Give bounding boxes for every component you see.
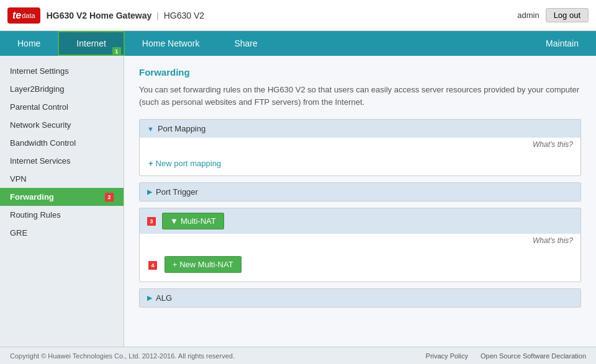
footer: Copyright © Huawei Technologies Co., Ltd… [0,347,596,364]
sidebar-item-vpn[interactable]: VPN [0,170,124,188]
section-alg-header[interactable]: ▶ ALG [140,289,580,307]
content-title: Forwarding [139,67,581,78]
logo-te: te [12,10,21,21]
sidebar-item-internet-services[interactable]: Internet Services [0,152,124,170]
sidebar-item-network-security[interactable]: Network Security [0,116,124,134]
multi-nat-whats-this: What's this? [140,234,580,247]
header-title: HG630 V2 Home Gateway [47,11,152,20]
logout-button[interactable]: Log out [546,8,589,22]
port-trigger-label: Port Trigger [156,187,198,197]
sidebar-item-routing-rules[interactable]: Routing Rules [0,206,124,224]
nav-maintain[interactable]: Maintain [528,31,596,56]
multi-nat-arrow-icon: ▼ [170,216,178,226]
main-nav: Home Internet 1 Home Network Share Maint… [0,31,596,56]
port-mapping-whats-this-link[interactable]: What's this? [533,140,573,149]
nav-home[interactable]: Home [0,31,58,56]
multi-nat-number-badge: 3 [147,217,156,226]
new-port-mapping-button[interactable]: + New port mapping [148,156,221,171]
content-area: Forwarding You can set forwarding rules … [124,56,596,347]
header: te data HG630 V2 Home Gateway | HG630 V2… [0,0,596,31]
alg-label: ALG [156,293,172,303]
section-multi-nat: 3 ▼ Multi-NAT What's this? 4 + New Multi… [139,208,581,282]
footer-opensource-link[interactable]: Open Source Software Declaration [481,352,586,360]
section-port-trigger-header[interactable]: ▶ Port Trigger [140,183,580,201]
sidebar: Internet Settings Layer2Bridging Parenta… [0,56,124,347]
section-port-mapping-header[interactable]: ▼ Port Mapping [140,120,580,138]
sidebar-forwarding-number: 2 [105,193,114,202]
sidebar-item-layer2bridging[interactable]: Layer2Bridging [0,80,124,98]
port-mapping-arrow-icon: ▼ [147,125,154,133]
sidebar-item-gre[interactable]: GRE [0,224,124,242]
nav-internet-number: 1 [112,47,121,56]
section-port-mapping: ▼ Port Mapping What's this? + New port m… [139,119,581,176]
main-layout: Internet Settings Layer2Bridging Parenta… [0,56,596,347]
alg-arrow-icon: ▶ [147,294,152,302]
header-subtitle: HG630 V2 [164,11,204,20]
new-multi-nat-row: 4 + New Multi-NAT [148,252,572,277]
plus-icon: + [148,159,153,168]
sidebar-item-parental-control[interactable]: Parental Control [0,98,124,116]
port-mapping-label: Port Mapping [158,124,205,133]
admin-label: admin [517,11,539,20]
logo: te data [7,7,40,24]
nav-internet[interactable]: Internet 1 [58,31,124,56]
new-multi-nat-number-badge: 4 [148,261,157,270]
nav-share[interactable]: Share [217,31,274,56]
logo-data: data [22,12,35,19]
multi-nat-body: 4 + New Multi-NAT [140,247,580,282]
section-multi-nat-header: 3 ▼ Multi-NAT [140,208,580,234]
footer-privacy-link[interactable]: Privacy Policy [426,352,468,360]
header-separator: | [156,11,158,20]
sidebar-item-forwarding[interactable]: Forwarding 2 [0,188,124,206]
sidebar-item-bandwidth-control[interactable]: Bandwidth Control [0,134,124,152]
multi-nat-button[interactable]: ▼ Multi-NAT [162,213,224,229]
sidebar-item-internet-settings[interactable]: Internet Settings [0,62,124,80]
port-mapping-body: + New port mapping [140,151,580,175]
section-alg: ▶ ALG [139,288,581,308]
new-multi-nat-plus-icon: + [173,260,178,269]
content-description: You can set forwarding rules on the HG63… [139,84,581,108]
port-mapping-whats-this: What's this? [140,138,580,151]
nav-home-network[interactable]: Home Network [125,31,217,56]
footer-copyright: Copyright © Huawei Technologies Co., Ltd… [10,352,235,360]
port-trigger-arrow-icon: ▶ [147,188,152,196]
multi-nat-whats-this-link[interactable]: What's this? [533,236,573,245]
header-right: admin Log out [517,8,589,22]
section-port-trigger: ▶ Port Trigger [139,182,581,202]
new-multi-nat-button[interactable]: + New Multi-NAT [165,256,242,273]
footer-links: Privacy Policy Open Source Software Decl… [426,352,586,360]
